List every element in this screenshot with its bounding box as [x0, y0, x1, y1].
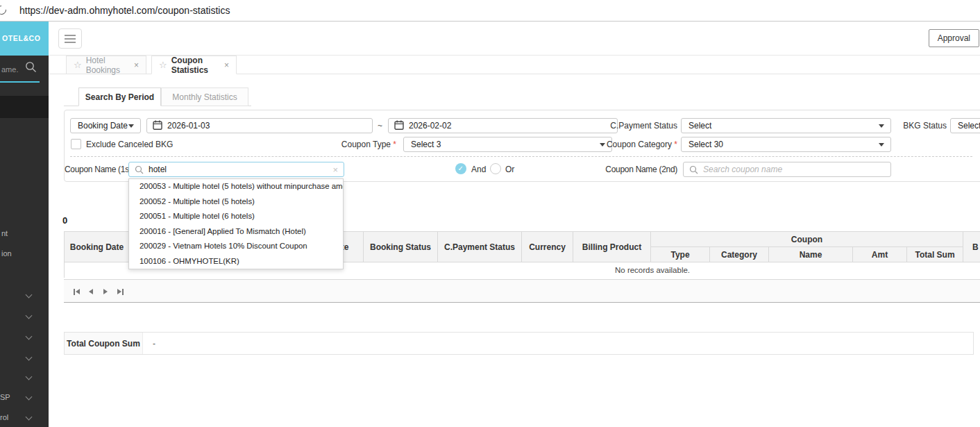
date-range-separator: ~: [378, 121, 382, 131]
col-header-coupon-name[interactable]: Name: [769, 247, 853, 262]
sidebar-item-partial-nt[interactable]: nt: [1, 229, 8, 237]
date-type-select[interactable]: Booking Date: [70, 118, 141, 133]
search-icon: [25, 61, 37, 76]
star-icon[interactable]: ☆: [74, 60, 82, 70]
exclude-canceled-label: Exclude Canceled BKG: [86, 140, 173, 149]
coupon-category-value: Select 30: [688, 140, 723, 149]
autocomplete-item[interactable]: 200051 - Multiple hotel (6 hotels): [129, 209, 343, 224]
caret-down-icon: [879, 143, 884, 146]
tab-hotel-bookings[interactable]: ☆ Hotel Bookings ×: [66, 56, 146, 74]
coupon-category-select[interactable]: Select 30: [681, 137, 891, 152]
sidebar-search-underline: [0, 81, 40, 83]
sidebar-menu-search-input[interactable]: ame.: [1, 65, 18, 74]
search-icon: [135, 165, 144, 174]
cpayment-status-value: Select: [688, 121, 711, 131]
reload-icon[interactable]: [0, 3, 8, 16]
date-from-input[interactable]: 2026-01-03: [146, 118, 373, 133]
autocomplete-item[interactable]: 200029 - Vietnam Hotels 10% Discount Cou…: [129, 239, 343, 254]
screen: https://dev-adm.ohmyhotel.com/coupon-sta…: [0, 0, 980, 427]
col-header-currency[interactable]: Currency: [522, 232, 573, 262]
total-coupon-sum-label: Total Coupon Sum: [65, 333, 143, 354]
close-icon[interactable]: ×: [224, 60, 229, 70]
first-page-button[interactable]: [69, 285, 83, 298]
required-mark: *: [393, 140, 396, 149]
pagination-bar: [64, 279, 980, 303]
sidebar-item-partial-sp[interactable]: SP: [0, 393, 10, 401]
autocomplete-item[interactable]: 200053 - Multiple hotel (5 hotels) witho…: [129, 179, 343, 194]
star-icon[interactable]: ☆: [159, 60, 167, 70]
date-to-input[interactable]: 2026-02-02: [388, 118, 618, 133]
col-header-coupon-total-sum[interactable]: Total Sum: [907, 247, 963, 262]
filter-row-divider: [70, 156, 972, 157]
or-label: Or: [505, 165, 514, 174]
coupon-name-2nd-searchbox: [683, 162, 891, 177]
tab-label: Hotel Bookings: [86, 56, 130, 75]
coupon-type-value: Select 3: [411, 140, 441, 149]
sidebar-item-partial-rol[interactable]: rol: [0, 413, 8, 421]
chevron-down-icon[interactable]: [26, 374, 33, 380]
url-text[interactable]: https://dev-adm.ohmyhotel.com/coupon-sta…: [19, 5, 230, 16]
exclude-canceled-checkbox[interactable]: [71, 139, 81, 149]
coupon-type-select[interactable]: Select 3: [403, 137, 612, 152]
coupon-type-label: Coupon Type *: [320, 140, 396, 149]
coupon-name-2nd-label: Coupon Name (2nd): [584, 165, 677, 174]
page-tab-bar: ☆ Hotel Bookings × ☆ Coupon Statistics ×: [49, 56, 980, 74]
caret-down-icon: [128, 124, 134, 128]
bkg-status-value: Select: [958, 121, 980, 131]
cpayment-status-select[interactable]: Select: [681, 118, 891, 133]
sidebar-toggle-button[interactable]: [58, 28, 82, 49]
col-header-coupon-amt[interactable]: Amt: [853, 247, 907, 262]
approval-button[interactable]: Approval: [929, 29, 979, 47]
total-coupon-sum-panel: Total Coupon Sum -: [64, 332, 974, 355]
date-from-value: 2026-01-03: [167, 121, 210, 131]
chevron-down-icon[interactable]: [26, 414, 33, 421]
calendar-icon[interactable]: [153, 120, 162, 132]
coupon-name-2nd-input[interactable]: [703, 165, 890, 174]
col-header-booking-date[interactable]: Booking Date: [65, 232, 130, 262]
chevron-down-icon[interactable]: [26, 292, 33, 299]
brand-logo: OTEL&CO: [0, 22, 49, 56]
coupon-name-1st-label: Coupon Name (1st): [65, 165, 126, 174]
total-coupon-sum-value: -: [153, 339, 155, 349]
autocomplete-item[interactable]: 100106 - OHMYHOTEL(KR): [129, 254, 343, 269]
result-count: 0: [62, 215, 67, 226]
sidebar-item-partial-ion[interactable]: ion: [1, 249, 12, 258]
tab-label: Coupon Statistics: [171, 56, 220, 75]
statistics-subtabs: Search By Period Monthly Statistics: [64, 87, 251, 106]
col-header-cpayment-status[interactable]: C.Payment Status: [438, 232, 522, 262]
col-group-coupon: Coupon: [651, 232, 963, 247]
date-type-value: Booking Date: [78, 121, 128, 131]
app-header: OTEL&CO Approval: [0, 22, 980, 56]
subtab-search-by-period[interactable]: Search By Period: [78, 87, 161, 106]
col-header-coupon-category[interactable]: Category: [710, 247, 769, 262]
coupon-name-1st-input[interactable]: [149, 165, 332, 174]
bkg-status-label: BKG Status: [899, 121, 947, 131]
chevron-down-icon[interactable]: [26, 333, 33, 340]
close-icon[interactable]: ×: [134, 60, 139, 70]
col-header-partial-b[interactable]: B: [963, 232, 980, 262]
search-filter-panel: Booking Date 2026-01-03 ~ 2026-02-02 C.P…: [64, 110, 980, 182]
coupon-name-autocomplete: 200053 - Multiple hotel (5 hotels) witho…: [128, 178, 344, 269]
chevron-down-icon[interactable]: [26, 394, 33, 401]
tab-coupon-statistics[interactable]: ☆ Coupon Statistics ×: [151, 56, 237, 74]
col-header-coupon-type[interactable]: Type: [651, 247, 710, 262]
and-radio[interactable]: [455, 163, 466, 174]
clear-icon[interactable]: ×: [332, 165, 338, 175]
col-header-booking-status[interactable]: Booking Status: [364, 232, 438, 262]
subtab-monthly-statistics[interactable]: Monthly Statistics: [161, 87, 248, 106]
bkg-status-select[interactable]: Select: [950, 118, 980, 133]
last-page-button[interactable]: [113, 285, 127, 298]
prev-page-button[interactable]: [84, 285, 98, 298]
or-radio[interactable]: [490, 163, 501, 174]
chevron-down-icon[interactable]: [26, 312, 33, 319]
cpayment-status-label: C.Payment Status: [594, 121, 677, 131]
sidebar-active-item[interactable]: [0, 96, 49, 118]
autocomplete-item[interactable]: 200016 - [General] Applied To Mismatch (…: [129, 224, 343, 240]
next-page-button[interactable]: [99, 285, 112, 298]
col-header-billing-product[interactable]: Billing Product: [573, 232, 651, 262]
calendar-icon[interactable]: [394, 120, 404, 132]
caret-down-icon: [879, 124, 884, 128]
chevron-down-icon[interactable]: [26, 354, 33, 361]
coupon-name-1st-searchbox: ×: [128, 162, 344, 177]
autocomplete-item[interactable]: 200052 - Multiple hotel (5 hotels): [129, 194, 343, 210]
